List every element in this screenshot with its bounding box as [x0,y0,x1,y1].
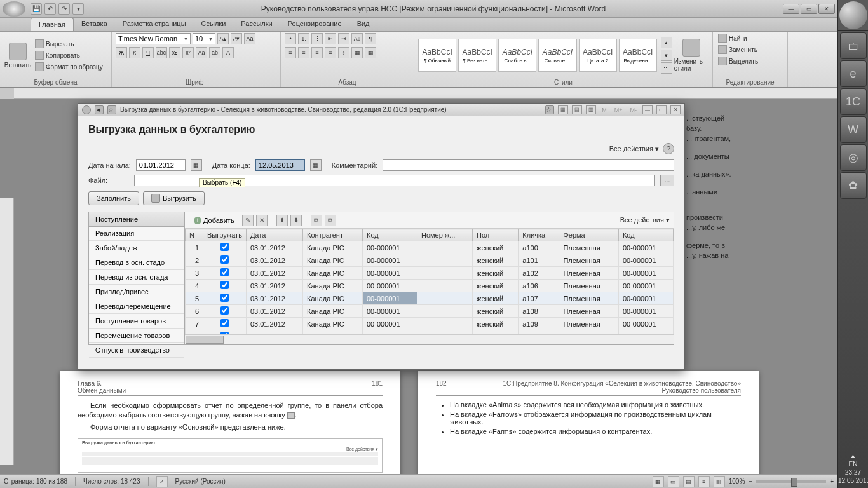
row-checkbox[interactable] [220,306,229,315]
vertical-ruler[interactable] [0,198,14,465]
row-checkbox[interactable] [220,281,229,289]
table-row[interactable]: 203.01.2012Канада PIC00-000001женскийa10… [186,254,674,267]
change-styles-button[interactable]: Изменить стили [674,39,709,72]
sidebar-item-from-main[interactable]: Перевод из осн. стада [89,270,184,285]
format-painter-button[interactable]: Формат по образцу [34,62,104,72]
star-icon[interactable]: ☆ [545,105,554,114]
row-checkbox[interactable] [220,268,229,276]
subscript-icon[interactable]: x₂ [169,47,180,58]
table-row[interactable]: 703.01.2012Канада PIC00-000001женскийa10… [186,318,674,330]
minimize-button[interactable]: — [783,4,799,14]
row-checkbox[interactable] [220,243,229,251]
copy-button[interactable]: Копировать [34,50,104,60]
col-farm[interactable]: Ферма [559,229,619,241]
qat-dropdown-icon[interactable]: ▾ [72,3,84,15]
sidebar-item-sale[interactable]: Реализация [89,226,184,241]
popup-maximize-button[interactable]: ▭ [656,105,667,114]
bullets-icon[interactable]: • [285,33,296,44]
view-outline-icon[interactable]: ≡ [698,476,710,487]
file-browse-button[interactable]: ... [660,175,674,186]
paste-rows-icon[interactable]: ⧉ [325,215,336,226]
start-button[interactable] [839,1,867,29]
col-name[interactable]: Кличка [519,229,559,241]
tray-time[interactable]: 23:27 [838,469,868,476]
show-marks-icon[interactable]: ¶ [365,33,376,44]
font-name-combo[interactable]: Times New Roman▼ [116,33,191,44]
col-code2[interactable]: Код [618,229,673,241]
align-center-icon[interactable]: ≡ [298,47,309,58]
justify-icon[interactable]: ≡ [325,47,336,58]
style-no-spacing[interactable]: AaBbCcI¶ Без инте... [458,39,496,72]
tab-view[interactable]: Вид [349,18,377,31]
date-start-input[interactable] [136,159,186,171]
shading-icon[interactable]: ▦ [351,47,363,58]
row-checkbox[interactable] [220,294,229,302]
highlight-icon[interactable]: ab [209,47,220,58]
memory-mplus[interactable]: M+ [613,107,625,113]
col-n[interactable]: N [186,229,203,241]
view-reading-icon[interactable]: ▭ [668,476,679,487]
nav-back-icon[interactable]: ◄ [95,105,104,114]
status-page[interactable]: Страница: 180 из 188 [4,478,67,485]
tray-flag-icon[interactable]: ▲ [838,452,868,459]
sort-icon[interactable]: A↓ [351,33,363,44]
styles-down-icon[interactable]: ▾ [661,50,672,61]
style-subtle-emph[interactable]: AaBbCcIСлабое в... [498,39,536,72]
tray-date[interactable]: 12.05.2013 [838,477,868,484]
row-checkbox[interactable] [220,319,229,327]
edit-icon[interactable]: ✎ [242,215,254,226]
spelling-icon[interactable]: ✓ [156,476,168,487]
maximize-button[interactable]: ▭ [801,4,817,14]
export-button[interactable]: Выгрузить [143,191,205,205]
zoom-slider[interactable] [756,480,826,483]
sidebar-item-goods-move[interactable]: Перемещение товаров [89,329,184,343]
find-button[interactable]: Найти [717,33,749,43]
decrease-indent-icon[interactable]: ⇤ [325,33,336,44]
borders-icon[interactable]: ▦ [365,47,376,58]
italic-icon[interactable]: К [129,47,140,58]
sidebar-item-transfer[interactable]: Перевод/перемещение [89,299,184,314]
view-print-icon[interactable]: ▦ [653,476,664,487]
cut-button[interactable]: Вырезать [34,39,104,49]
taskbar-ie-icon[interactable]: e [840,60,867,87]
taskbar-explorer-icon[interactable]: 🗀 [840,32,867,59]
col-sex[interactable]: Пол [473,229,519,241]
table-row[interactable]: 403.01.2012Канада PIC00-000001женскийa10… [186,280,674,292]
bold-icon[interactable]: Ж [116,47,127,58]
increase-indent-icon[interactable]: ⇥ [338,33,349,44]
taskbar-1c-icon[interactable]: 1C [840,88,867,115]
table-row[interactable]: 103.01.2012Канада PIC00-000001женскийa10… [186,241,674,254]
table-row[interactable]: 503.01.2012Канада PIC00-000001женскийa10… [186,292,674,305]
col-export[interactable]: Выгружать [203,229,247,241]
popup-minimize-button[interactable]: — [642,105,653,114]
office-button[interactable] [3,1,25,17]
style-quote[interactable]: AaBbCcIЦитата 2 [579,39,617,72]
taskbar-app6-icon[interactable]: ✿ [840,172,867,199]
comment-input[interactable] [383,159,674,171]
zoom-level[interactable]: 100% [729,478,745,485]
all-actions-link[interactable]: Все действия ▾ [609,145,659,153]
calc-icon[interactable]: ▤ [572,105,582,114]
calendar-icon-2[interactable]: ▦ [310,159,322,171]
font-size-combo[interactable]: 10▼ [193,33,215,44]
move-up-icon[interactable]: ⬆ [276,215,288,226]
favorite-icon[interactable]: ☆ [107,105,116,114]
view-draft-icon[interactable]: ▥ [714,476,725,487]
line-spacing-icon[interactable]: ↕ [338,47,349,58]
row-checkbox[interactable] [220,255,229,264]
replace-button[interactable]: Заменить [717,44,759,55]
add-button[interactable]: +Добавить [189,215,240,226]
view-web-icon[interactable]: ▤ [683,476,695,487]
calendar-icon[interactable]: ▦ [191,159,202,171]
redo-icon[interactable]: ↷ [58,3,70,15]
delete-icon[interactable]: ✕ [256,215,268,226]
align-left-icon[interactable]: ≡ [285,47,296,58]
zoom-in-icon[interactable]: + [830,478,834,485]
horizontal-ruler[interactable] [14,88,837,99]
fill-button[interactable]: Заполнить [88,191,139,205]
sidebar-item-income[interactable]: Поступление [88,212,185,227]
styles-up-icon[interactable]: ▴ [661,37,672,48]
col-date[interactable]: Дата [246,229,302,241]
sidebar-item-goods-in[interactable]: Поступление товаров [89,314,184,329]
tab-insert[interactable]: Вставка [74,18,115,31]
